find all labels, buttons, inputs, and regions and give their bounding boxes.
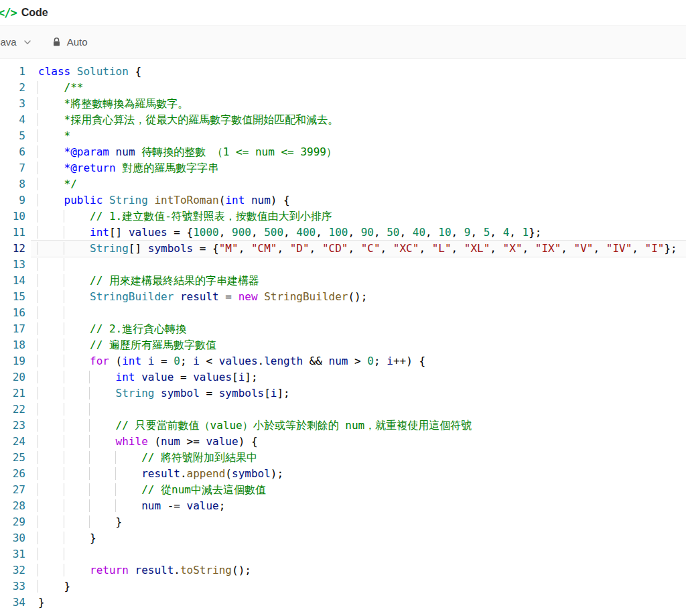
code-line[interactable]: 11 int[] values = {1000, 900, 500, 400, … [0,225,686,241]
indent-guide [64,371,90,383]
code-line-content[interactable]: String[] symbols = {"M", "CM", "D", "CD"… [31,241,686,257]
code-line[interactable]: 10 // 1.建立數值-符號對照表，按數值由大到小排序 [0,208,686,225]
code-line[interactable]: 8 */ [0,176,686,192]
code-line[interactable]: 23 // 只要當前數值（value）小於或等於剩餘的 num，就重複使用這個符… [0,418,686,434]
code-line-content[interactable]: *@return 對應的羅馬數字字串 [31,160,686,176]
code-line[interactable]: 12 String[] symbols = {"M", "CM", "D", "… [0,241,686,257]
code-line[interactable]: 1class Solution { [0,64,686,80]
code-line-content[interactable]: } [31,514,686,530]
code-editor[interactable]: 1class Solution {2 /**3 *將整數轉換為羅馬數字。4 *採… [0,59,686,611]
code-line-content[interactable]: /** [31,80,686,96]
code-line[interactable]: 21 String symbol = symbols[i]; [0,385,686,402]
indent-guide [64,499,90,512]
code-line-content[interactable]: while (num >= value) { [31,434,686,450]
code-line[interactable]: 7 *@return 對應的羅馬數字字串 [0,160,686,176]
code-line[interactable]: 13 [0,257,686,273]
indent-guide [64,532,90,544]
indent-guide [38,129,64,142]
code-line-content[interactable]: } [31,578,686,595]
code-line-content[interactable] [31,257,686,273]
code-line-content[interactable]: // 用來建構最終結果的字串建構器 [31,273,686,289]
code-line[interactable]: 22 [0,402,686,418]
code-line-content[interactable]: num -= value; [31,498,686,514]
code-line[interactable]: 25 // 將符號附加到結果中 [0,450,686,466]
code-line-content[interactable]: } [31,530,686,546]
code-line-content[interactable]: // 1.建立數值-符號對照表，按數值由大到小排序 [31,208,686,225]
code-line[interactable]: 33 } [0,578,686,595]
indent-guide [38,97,64,110]
indent-guide [89,451,116,464]
code-line-content[interactable] [31,305,686,321]
code-line[interactable]: 32 return result.toString(); [0,562,686,578]
indent-guide [38,210,64,223]
indent-guide [115,499,142,512]
code-line-content[interactable]: * [31,128,686,144]
code-line-content[interactable]: int value = values[i]; [31,369,686,385]
indent-guide [38,435,64,448]
code-line-content[interactable]: *@param num 待轉換的整數 （1 <= num <= 3999） [31,144,686,160]
line-number: 7 [0,160,25,176]
code-line[interactable]: 34} [0,595,686,611]
indent-guide [64,403,90,416]
code-line-content[interactable]: */ [31,176,686,192]
code-line[interactable]: 24 while (num >= value) { [0,434,686,450]
indent-guide [89,467,116,480]
code-line[interactable]: 26 result.append(symbol); [0,466,686,482]
code-line[interactable]: 14 // 用來建構最終結果的字串建構器 [0,273,686,289]
code-line-content[interactable]: *採用貪心算法，從最大的羅馬數字數值開始匹配和減去。 [31,112,686,128]
code-line-content[interactable]: // 只要當前數值（value）小於或等於剩餘的 num，就重複使用這個符號 [31,418,686,434]
line-number: 8 [0,176,25,192]
indent-guide [64,435,90,448]
lock-icon [52,37,62,47]
line-number: 22 [0,402,25,418]
code-line-content[interactable] [31,546,686,562]
code-line-content[interactable]: // 2.進行貪心轉換 [31,321,686,337]
code-line[interactable]: 28 num -= value; [0,498,686,514]
code-line-content[interactable]: return result.toString(); [31,562,686,578]
indent-guide [64,515,90,528]
line-number: 31 [0,546,25,562]
code-line-content[interactable]: *將整數轉換為羅馬數字。 [31,96,686,112]
code-line[interactable]: 4 *採用貪心算法，從最大的羅馬數字數值開始匹配和減去。 [0,112,686,128]
language-label: Java [0,36,17,48]
auto-toggle[interactable]: Auto [52,36,88,48]
code-line[interactable]: 2 /** [0,80,686,96]
code-line[interactable]: 31 [0,546,686,562]
code-line-content[interactable]: // 從num中減去這個數值 [31,482,686,498]
code-line[interactable]: 5 * [0,128,686,144]
line-number: 2 [0,80,25,96]
language-selector[interactable]: Java [0,36,32,48]
code-line[interactable]: 27 // 從num中減去這個數值 [0,482,686,498]
indent-guide [64,387,90,399]
code-line[interactable]: 19 for (int i = 0; i < values.length && … [0,353,686,369]
indent-guide [64,419,90,432]
code-line-content[interactable]: // 遍歷所有羅馬數字數值 [31,337,686,353]
indent-guide [64,306,90,319]
code-line-content[interactable]: int[] values = {1000, 900, 500, 400, 100… [31,225,686,241]
code-line[interactable]: 6 *@param num 待轉換的整數 （1 <= num <= 3999） [0,144,686,160]
code-line[interactable]: 30 } [0,530,686,546]
code-line-content[interactable]: } [31,595,686,611]
code-line-content[interactable]: public String intToRoman(int num) { [31,192,686,208]
code-line[interactable]: 15 StringBuilder result = new StringBuil… [0,289,686,305]
code-line[interactable]: 16 [0,305,686,321]
code-line[interactable]: 3 *將整數轉換為羅馬數字。 [0,96,686,112]
indent-guide [38,515,64,528]
code-line-content[interactable]: result.append(symbol); [31,466,686,482]
code-line-content[interactable]: for (int i = 0; i < values.length && num… [31,353,686,369]
code-line[interactable]: 29 } [0,514,686,530]
code-line-content[interactable]: StringBuilder result = new StringBuilder… [31,289,686,305]
code-line-content[interactable] [31,402,686,418]
indent-guide [89,483,116,496]
code-line-content[interactable]: String symbol = symbols[i]; [31,385,686,402]
code-line[interactable]: 17 // 2.進行貪心轉換 [0,321,686,337]
code-line[interactable]: 20 int value = values[i]; [0,369,686,385]
code-line-content[interactable]: // 將符號附加到結果中 [31,450,686,466]
indent-guide [38,355,64,367]
indent-guide [89,403,116,416]
code-line[interactable]: 18 // 遍歷所有羅馬數字數值 [0,337,686,353]
indent-guide [64,355,90,367]
code-line-content[interactable]: class Solution { [31,64,686,80]
line-number: 4 [0,112,25,128]
code-line[interactable]: 9 public String intToRoman(int num) { [0,192,686,208]
